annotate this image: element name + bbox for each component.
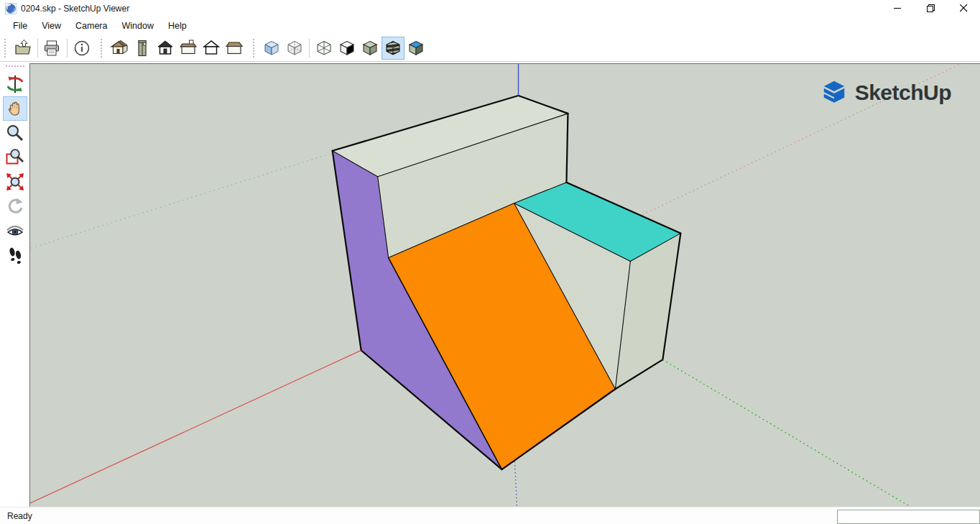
style-xray-icon: [263, 40, 280, 57]
window-controls: [881, 0, 980, 17]
restore-icon: [927, 4, 935, 12]
menu-bar: File View Camera Window Help: [0, 17, 980, 35]
close-button[interactable]: [947, 0, 980, 17]
zoom-window-button[interactable]: [3, 145, 27, 170]
open-button[interactable]: [11, 37, 34, 60]
style-hidden-line-icon: [338, 40, 356, 57]
style-textures-button[interactable]: [382, 37, 405, 60]
toolbar-gripper[interactable]: [4, 39, 7, 58]
title-bar: 0204.skp - SketchUp Viewer: [0, 0, 980, 17]
blue-axis-down: [514, 461, 517, 507]
model-info-button[interactable]: [70, 37, 93, 60]
toolbar-separator: [309, 39, 310, 58]
minimize-icon: [894, 4, 902, 12]
green-axis-left: [30, 154, 330, 249]
style-wireframe-icon: [315, 40, 333, 57]
pan-button[interactable]: [3, 96, 27, 121]
app-window: 0204.skp - SketchUp Viewer File View Cam…: [0, 0, 980, 524]
minimize-button[interactable]: [881, 0, 914, 17]
open-icon: [14, 39, 32, 58]
toolbar-separator: [67, 39, 68, 58]
view-front-button[interactable]: [154, 37, 177, 60]
style-textures-icon: [384, 40, 402, 57]
previous-icon: [5, 196, 25, 216]
orbit-icon: [5, 74, 25, 94]
view-right-button[interactable]: [177, 37, 200, 60]
status-text: Ready: [7, 511, 32, 521]
style-monochrome-icon: [407, 40, 425, 57]
view-back-button[interactable]: [200, 37, 223, 60]
view-iso-icon: [110, 39, 129, 58]
sketchup-logo-icon: [820, 79, 848, 106]
window-title: 0204.skp - SketchUp Viewer: [21, 4, 129, 14]
menu-window[interactable]: Window: [115, 19, 161, 33]
view-iso-button[interactable]: [108, 37, 131, 60]
view-top-icon: [133, 39, 152, 58]
style-back-edges-button[interactable]: [283, 37, 306, 60]
close-icon: [960, 4, 968, 12]
menu-help[interactable]: Help: [161, 19, 194, 33]
menu-camera[interactable]: Camera: [68, 19, 114, 33]
style-shaded-icon: [361, 40, 379, 57]
zoom-icon: [5, 123, 25, 143]
pan-icon: [5, 98, 25, 119]
toolbar-gripper[interactable]: [253, 39, 256, 58]
green-axis-right: [662, 359, 910, 507]
style-xray-button[interactable]: [260, 37, 283, 60]
print-button[interactable]: [41, 37, 64, 60]
model-viewport[interactable]: SketchUp: [29, 63, 980, 507]
print-icon: [43, 39, 62, 58]
style-shaded-button[interactable]: [359, 37, 382, 60]
palette-gripper[interactable]: [6, 65, 24, 68]
view-left-icon: [225, 39, 244, 58]
zoom-window-icon: [5, 147, 25, 167]
sketchup-watermark: SketchUp: [820, 79, 951, 106]
model-info-icon: [73, 39, 91, 58]
look-around-button[interactable]: [3, 219, 27, 243]
view-top-button[interactable]: [131, 37, 154, 60]
orbit-button[interactable]: [3, 72, 27, 96]
main-area: SketchUp: [0, 62, 980, 507]
view-right-icon: [179, 39, 198, 58]
style-back-edges-icon: [286, 40, 303, 57]
zoom-button[interactable]: [3, 121, 27, 145]
scene-canvas[interactable]: [30, 64, 980, 507]
view-back-icon: [202, 39, 221, 58]
sketchup-logo-text: SketchUp: [855, 81, 951, 105]
restore-button[interactable]: [914, 0, 947, 17]
look-around-icon: [5, 221, 25, 241]
toolbar-gripper[interactable]: [101, 39, 103, 58]
view-left-button[interactable]: [223, 37, 246, 60]
style-hidden-line-button[interactable]: [336, 37, 359, 60]
menu-view[interactable]: View: [34, 19, 68, 33]
measurements-box[interactable]: [837, 510, 980, 524]
walk-button[interactable]: [3, 243, 27, 267]
red-axis-left: [30, 350, 361, 503]
zoom-extents-icon: [5, 172, 25, 192]
toolbar-separator: [37, 39, 38, 58]
style-monochrome-button[interactable]: [405, 37, 427, 60]
main-toolbar: [0, 35, 980, 62]
status-bar: Ready: [0, 507, 980, 524]
menu-file[interactable]: File: [6, 19, 34, 33]
previous-button[interactable]: [3, 194, 27, 219]
view-front-icon: [156, 39, 175, 58]
walk-icon: [5, 245, 25, 265]
tool-palette: [0, 62, 29, 507]
style-wireframe-button[interactable]: [313, 37, 336, 60]
zoom-extents-button[interactable]: [3, 170, 27, 194]
sketchup-app-icon: [5, 3, 17, 14]
